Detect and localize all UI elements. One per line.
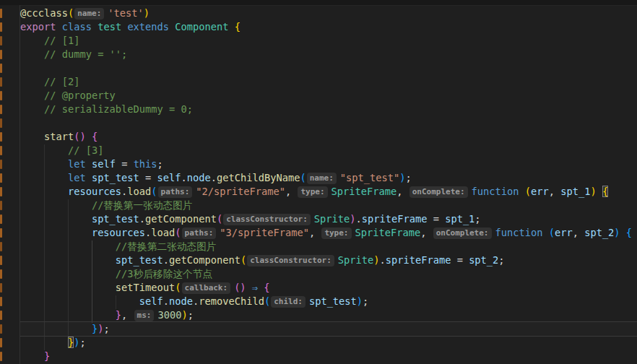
inlay-hint[interactable]: type: (298, 186, 327, 198)
code-token (542, 227, 548, 238)
code-token: // [2] (20, 76, 79, 87)
code-token: . (163, 254, 169, 266)
code-token: } (116, 309, 121, 321)
code-token: ( (151, 186, 157, 197)
code-line[interactable]: let self = this; (20, 157, 637, 171)
code-token: ) (590, 186, 596, 197)
inlay-hint[interactable]: ms: (134, 310, 155, 321)
code-token: ( (175, 282, 181, 293)
inlay-hint[interactable]: child: (271, 296, 306, 308)
inlay-hint[interactable]: name: (307, 173, 337, 184)
code-token: . (181, 172, 187, 183)
inlay-hint[interactable]: classConstructor: (247, 255, 334, 266)
code-line[interactable]: // [2] (20, 75, 637, 89)
code-token: . (211, 172, 217, 183)
code-token: spt_test (116, 254, 163, 266)
git-modified-marker (0, 311, 2, 320)
inlay-hint[interactable]: paths: (158, 186, 193, 198)
git-modified-marker (0, 91, 2, 100)
code-token: let (68, 172, 86, 183)
code-token (20, 254, 116, 266)
code-token: resources (68, 186, 121, 197)
editor-top-edge (0, 0, 637, 6)
code-token: ; (474, 213, 480, 225)
inlay-hint[interactable]: onComplete: (410, 186, 468, 198)
git-modified-marker (0, 64, 2, 73)
code-line[interactable] (20, 61, 637, 75)
code-token: ) (144, 7, 150, 19)
code-line[interactable]: }, ms:3000); (20, 308, 637, 322)
code-token: 'test' (108, 7, 143, 19)
git-modified-marker (0, 22, 2, 32)
code-token: ; (103, 323, 109, 334)
code-token: export (20, 21, 56, 32)
code-token: ⇒ (252, 282, 258, 293)
code-token: // dummy = ''; (20, 48, 127, 60)
code-line[interactable]: // dummy = ''; (20, 48, 637, 61)
git-modified-marker (0, 118, 2, 128)
code-line[interactable]: export class test extends Component { (20, 20, 637, 34)
code-line[interactable]: setTimeout(callback:() ⇒ { (20, 281, 637, 295)
code-token (92, 21, 98, 32)
code-token: ) (614, 227, 620, 238)
git-modified-marker (0, 36, 2, 46)
code-line[interactable]: let spt_test = self.node.getChildByName(… (20, 171, 637, 185)
code-token (519, 186, 524, 197)
code-token: ; (188, 309, 194, 321)
code-token: , (573, 227, 584, 238)
git-modified-marker (0, 173, 2, 183)
code-line[interactable]: // serializableDummy = 0; (20, 103, 637, 116)
inlay-hint[interactable]: classConstructor: (223, 214, 311, 225)
inlay-hint[interactable]: type: (321, 228, 351, 239)
git-modified-marker (0, 283, 2, 292)
code-line[interactable]: start() { (20, 130, 637, 144)
code-token (20, 172, 68, 183)
code-token: // [3] (20, 144, 103, 156)
code-token: () (74, 131, 85, 142)
git-modified-marker (0, 187, 2, 196)
code-token: // [1] (20, 35, 79, 46)
inlay-hint[interactable]: callback: (182, 282, 231, 294)
git-modified-marker (0, 256, 2, 265)
code-line[interactable]: } (20, 350, 637, 363)
git-modified-marker (0, 338, 2, 347)
code-line[interactable]: //替换第一张动态图片 (20, 199, 637, 212)
code-token: Sprite (338, 254, 373, 266)
git-modified-marker (0, 297, 2, 306)
code-token: //3秒后移除这个节点 (20, 268, 212, 280)
code-line[interactable] (20, 116, 637, 130)
code-line[interactable]: resources.load(paths:"3/spriteFrame", ty… (20, 226, 637, 240)
code-token (86, 131, 92, 142)
code-token: getComponent (145, 213, 217, 225)
code-line[interactable]: // [3] (20, 144, 637, 157)
inlay-hint[interactable]: onComplete: (433, 228, 492, 239)
git-modified-marker (0, 242, 2, 251)
code-line[interactable]: spt_test.getComponent(classConstructor:S… (20, 254, 637, 267)
code-line[interactable]: spt_test.getComponent(classConstructor:S… (20, 212, 637, 226)
code-line[interactable]: // [1] (20, 34, 637, 48)
code-area[interactable]: @ccclass(name:'test')export class test e… (20, 6, 637, 363)
git-modified-marker (0, 50, 2, 59)
code-token (20, 227, 92, 238)
inlay-hint[interactable]: name: (74, 8, 104, 20)
code-line[interactable]: //替换第二张动态图片 (20, 240, 637, 254)
code-line[interactable]: // @property (20, 89, 637, 103)
code-token: ) (357, 295, 363, 307)
git-modified-marker (0, 324, 2, 334)
code-token: let (68, 158, 86, 170)
code-token: Sprite (314, 213, 350, 225)
inlay-hint[interactable]: paths: (182, 228, 217, 239)
code-token: { (626, 227, 632, 238)
code-line[interactable]: @ccclass(name:'test') (20, 6, 637, 20)
code-token (20, 309, 116, 321)
code-token (20, 282, 116, 293)
git-modified-marker (0, 9, 2, 18)
code-line[interactable]: self.node.removeChild(child:spt_test); (20, 295, 637, 308)
code-line[interactable]: resources.load(paths:"2/spriteFrame", ty… (20, 185, 637, 199)
code-token: , (309, 227, 321, 238)
code-token: err (531, 186, 549, 197)
code-token: } (92, 323, 98, 334)
code-line[interactable]: //3秒后移除这个节点 (20, 267, 637, 281)
code-line[interactable]: }); (20, 336, 637, 350)
code-line[interactable]: }); (20, 322, 637, 336)
